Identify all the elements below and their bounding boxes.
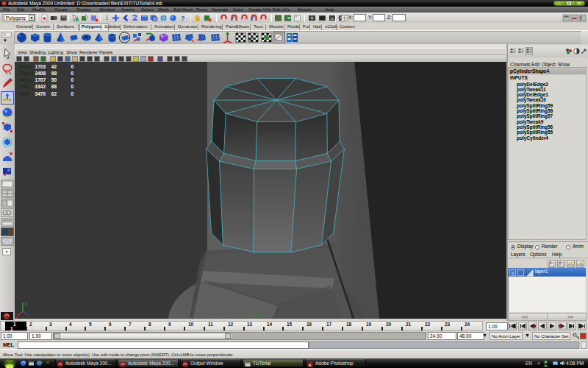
svg-text:0: 0 [71,71,74,76]
svg-text:88: 88 [51,84,57,89]
svg-text:0: 0 [71,77,74,82]
svg-text:1703: 1703 [35,64,46,69]
svg-text:3470: 3470 [35,91,46,96]
svg-text:98: 98 [51,71,57,76]
svg-text:50: 50 [51,77,57,82]
svg-text:3342: 3342 [35,84,46,89]
svg-text:62: 62 [51,91,57,96]
svg-text:y: y [25,301,27,305]
svg-text:persp: persp [253,313,265,317]
svg-text:A: A [309,362,312,367]
svg-text:Verts:: Verts: [19,64,32,69]
svg-text:UVs:: UVs: [19,91,30,96]
svg-text:1707: 1707 [35,77,46,82]
svg-text:Faces:: Faces: [19,77,35,82]
svg-text:3408: 3408 [35,71,46,76]
svg-text:?: ? [181,15,185,22]
svg-text:0: 0 [71,84,74,89]
svg-text:Tris:: Tris: [19,84,29,89]
svg-text:x: x [15,315,18,319]
svg-text:42: 42 [51,64,57,69]
svg-text:0: 0 [71,64,74,69]
svg-text:Edges:: Edges: [19,71,35,77]
svg-text:0: 0 [71,91,74,96]
